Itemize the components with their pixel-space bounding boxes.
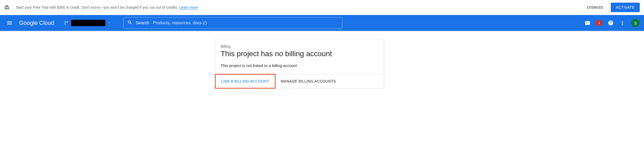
search-label: Search: [136, 21, 149, 25]
dismiss-button[interactable]: DISMISS: [582, 3, 609, 12]
project-selector[interactable]: [61, 19, 113, 27]
svg-point-1: [67, 21, 68, 23]
main-content: Billing This project has no billing acco…: [0, 31, 644, 96]
app-header: Google Cloud Search 1: [0, 15, 644, 31]
link-billing-account-button[interactable]: LINK A BILLING ACCOUNT: [215, 74, 275, 88]
header-actions: 1 S: [582, 18, 640, 28]
search-icon: [127, 20, 132, 26]
card-actions: LINK A BILLING ACCOUNT MANAGE BILLING AC…: [215, 74, 384, 88]
search-container: Search: [123, 17, 342, 29]
billing-card: Billing This project has no billing acco…: [215, 39, 384, 88]
svg-point-0: [65, 21, 66, 23]
more-menu-icon[interactable]: [617, 18, 628, 28]
logo-google: Google: [19, 20, 38, 26]
google-cloud-logo[interactable]: Google Cloud: [19, 20, 54, 26]
hamburger-menu-icon[interactable]: [4, 18, 15, 28]
search-input[interactable]: [153, 21, 338, 25]
card-body: Billing This project has no billing acco…: [215, 39, 384, 74]
notifications-button[interactable]: 1: [594, 18, 604, 28]
search-box[interactable]: Search: [123, 17, 342, 29]
dropdown-arrow-icon: [108, 21, 111, 25]
avatar[interactable]: S: [631, 19, 640, 27]
svg-point-2: [65, 23, 66, 25]
card-subtitle: This project is not linked to a billing …: [221, 63, 378, 68]
cloud-shell-icon[interactable]: [582, 18, 593, 28]
project-icon: [64, 20, 69, 26]
promo-learn-more-link[interactable]: Learn more: [179, 5, 198, 10]
card-title: This project has no billing account: [221, 50, 378, 58]
project-name: [71, 20, 105, 26]
help-icon[interactable]: [605, 18, 616, 28]
promo-text: Start your Free Trial with $300 in credi…: [16, 5, 178, 9]
manage-billing-accounts-button[interactable]: MANAGE BILLING ACCOUNTS: [275, 74, 342, 88]
activate-button[interactable]: ACTIVATE: [611, 3, 640, 12]
notification-badge: 1: [596, 20, 602, 26]
promo-bar: Start your Free Trial with $300 in credi…: [0, 0, 644, 15]
card-breadcrumb: Billing: [221, 44, 378, 49]
logo-cloud: Cloud: [39, 20, 54, 26]
gift-icon: [4, 5, 10, 10]
